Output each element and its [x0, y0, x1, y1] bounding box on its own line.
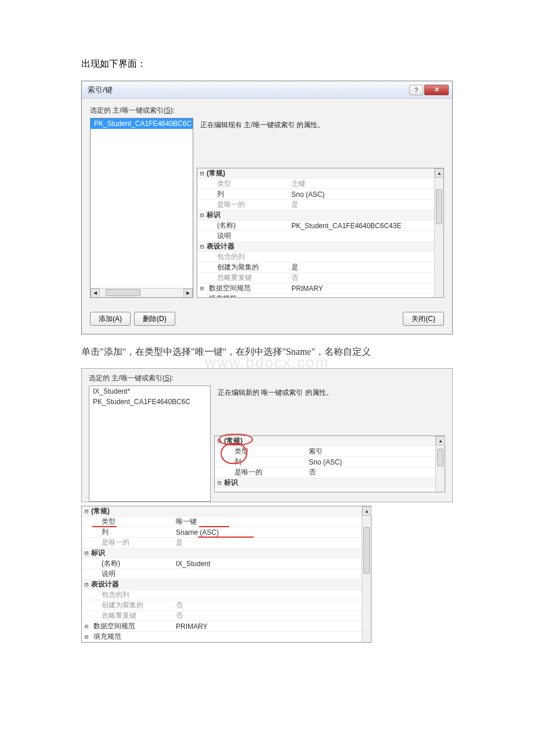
dialog-title: 索引/键: [88, 85, 409, 95]
prop-fill-label: 填充规范: [207, 294, 291, 298]
vertical-scrollbar[interactable]: ▲: [434, 168, 443, 297]
collapse-icon[interactable]: ⊟: [197, 170, 207, 177]
prop-type-label: 类型: [207, 179, 291, 189]
prop-dataspace-label: 数据空间规范: [91, 621, 176, 631]
collapse-icon[interactable]: ⊟: [215, 480, 224, 486]
scroll-thumb[interactable]: [436, 189, 442, 224]
category-general: (常规): [91, 506, 176, 516]
expand-icon[interactable]: ⊞: [197, 296, 207, 298]
expand-icon[interactable]: ⊞: [82, 623, 91, 629]
indexes-keys-panel-after-add: 选定的 主/唯一键或索引(S): IX_Student* PK_Student_…: [81, 368, 453, 502]
prop-unique-value[interactable]: 否: [309, 467, 445, 477]
prop-type-value[interactable]: 索引: [309, 447, 445, 456]
index-list[interactable]: PK_Student_CA1FE4640BC6C ◀ ▶: [90, 118, 193, 298]
prop-ignoredup-label: 忽略重复键: [91, 611, 176, 621]
intro-text: 出现如下界面：: [81, 58, 453, 70]
prop-clustered-value[interactable]: 是: [291, 262, 443, 272]
close-button[interactable]: 关闭(C): [403, 312, 444, 326]
indexes-keys-dialog: 索引/键 ? ✕ 选定的 主/唯一键或索引(S): PK_Student_CA1…: [81, 81, 453, 334]
collapse-icon[interactable]: ⊟: [82, 581, 91, 588]
category-identity: 标识: [91, 548, 176, 558]
prop-unique-label: 是唯一的: [207, 200, 291, 210]
prop-type-label: 类型: [91, 517, 176, 527]
category-identity: 标识: [224, 478, 309, 488]
prop-columns-value[interactable]: Sno (ASC): [291, 190, 443, 199]
list-item[interactable]: IX_Student*: [89, 386, 210, 397]
scroll-right-icon[interactable]: ▶: [183, 289, 193, 298]
prop-columns-value[interactable]: Sname (ASC): [176, 528, 371, 537]
property-grid[interactable]: ⊟(常规) 类型索引 列Sno (ASC) 是唯一的否 ⊟标识 ▲: [214, 435, 445, 492]
prop-name-label: (名称): [207, 221, 291, 231]
add-button[interactable]: 添加(A): [90, 312, 131, 326]
scroll-up-icon[interactable]: ▲: [435, 168, 444, 178]
selected-index-label: 选定的 主/唯一键或索引(S):: [89, 373, 445, 383]
expand-icon[interactable]: ⊞: [82, 633, 91, 640]
prop-ignoredup-label: 忽略重复键: [207, 273, 291, 283]
scroll-up-icon[interactable]: ▲: [436, 436, 445, 445]
prop-type-label: 类型: [224, 447, 309, 456]
delete-button[interactable]: 删除(D): [134, 312, 175, 326]
prop-dataspace-value[interactable]: PRIMARY: [291, 285, 443, 293]
category-tabledesigner: 表设计器: [91, 579, 176, 589]
prop-clustered-value[interactable]: 否: [176, 600, 371, 610]
prop-unique-value[interactable]: 是: [291, 200, 443, 210]
collapse-icon[interactable]: ⊟: [215, 438, 224, 444]
prop-fill-label: 填充规范: [91, 632, 176, 642]
annotation-underline-icon: [198, 537, 254, 538]
collapse-icon[interactable]: ⊟: [82, 550, 91, 556]
instruction-text: 单击"添加"，在类型中选择"唯一键"，在列中选择"Sname"，名称自定义: [81, 346, 453, 358]
category-tabledesigner: 表设计器: [207, 242, 291, 251]
scroll-up-icon[interactable]: ▲: [362, 506, 371, 516]
category-identity: 标识: [207, 210, 291, 220]
scroll-thumb[interactable]: [363, 527, 370, 574]
dialog-titlebar[interactable]: 索引/键 ? ✕: [82, 81, 452, 99]
prop-desc-label: 说明: [91, 569, 176, 579]
prop-clustered-label: 创建为聚集的: [207, 262, 291, 272]
close-icon[interactable]: ✕: [424, 85, 449, 95]
category-general: (常规): [224, 436, 309, 446]
prop-unique-label: 是唯一的: [91, 538, 176, 548]
prop-included-label: 包含的列: [207, 252, 291, 262]
prop-dataspace-value[interactable]: PRIMARY: [176, 622, 371, 631]
category-general: (常规): [207, 168, 291, 178]
index-list[interactable]: IX_Student* PK_Student_CA1FE4640BC6C: [89, 386, 211, 502]
prop-name-value[interactable]: PK_Student_CA1FE4640BC6C43E: [291, 222, 443, 230]
expand-icon[interactable]: ⊞: [197, 285, 207, 291]
prop-desc-label: 说明: [207, 231, 291, 241]
prop-columns-label: 列: [207, 189, 291, 199]
prop-included-label: 包含的列: [91, 590, 176, 600]
annotation-underline-icon: [92, 526, 117, 527]
property-grid[interactable]: ⊟(常规) 类型主键 列Sno (ASC) 是唯一的是 ⊟标识 (名称)PK_S…: [197, 168, 444, 298]
selected-index-label: 选定的 主/唯一键或索引(S):: [90, 106, 444, 116]
prop-unique-label: 是唯一的: [224, 467, 309, 477]
prop-name-label: (名称): [91, 559, 176, 568]
vertical-scrollbar[interactable]: ▲: [362, 506, 371, 642]
list-item[interactable]: PK_Student_CA1FE4640BC6C: [91, 118, 193, 129]
horizontal-scrollbar[interactable]: ◀ ▶: [91, 288, 193, 297]
prop-dataspace-label: 数据空间规范: [207, 283, 291, 293]
prop-columns-value[interactable]: Sno (ASC): [309, 458, 445, 466]
prop-columns-label: 列: [224, 457, 309, 467]
scroll-thumb[interactable]: [106, 289, 140, 296]
property-grid-result[interactable]: ⊟(常规) 类型唯一键 列Sname (ASC) 是唯一的是 ⊟标识 (名称)I…: [81, 506, 371, 643]
prop-type-value[interactable]: 唯一键: [176, 517, 371, 527]
panel-description: 正在编辑新的 唯一键或索引 的属性。: [214, 386, 445, 435]
prop-columns-label: 列: [91, 527, 176, 537]
prop-name-value[interactable]: IX_Student: [176, 560, 371, 568]
scroll-left-icon[interactable]: ◀: [91, 289, 100, 298]
collapse-icon[interactable]: ⊟: [197, 243, 207, 250]
panel-description: 正在编辑现有 主/唯一键或索引 的属性。: [197, 118, 444, 168]
prop-ignoredup-value[interactable]: 否: [291, 273, 443, 283]
collapse-icon[interactable]: ⊟: [197, 212, 207, 218]
vertical-scrollbar[interactable]: ▲: [435, 436, 445, 492]
collapse-icon[interactable]: ⊟: [82, 508, 91, 514]
prop-ignoredup-value[interactable]: 否: [176, 611, 371, 621]
prop-clustered-label: 创建为聚集的: [91, 600, 176, 610]
annotation-underline-icon: [199, 526, 229, 527]
prop-unique-value[interactable]: 是: [176, 538, 371, 548]
prop-type-value[interactable]: 主键: [291, 179, 443, 189]
help-icon[interactable]: ?: [409, 85, 423, 95]
scroll-thumb[interactable]: [437, 449, 443, 466]
list-item[interactable]: PK_Student_CA1FE4640BC6C: [89, 397, 210, 407]
